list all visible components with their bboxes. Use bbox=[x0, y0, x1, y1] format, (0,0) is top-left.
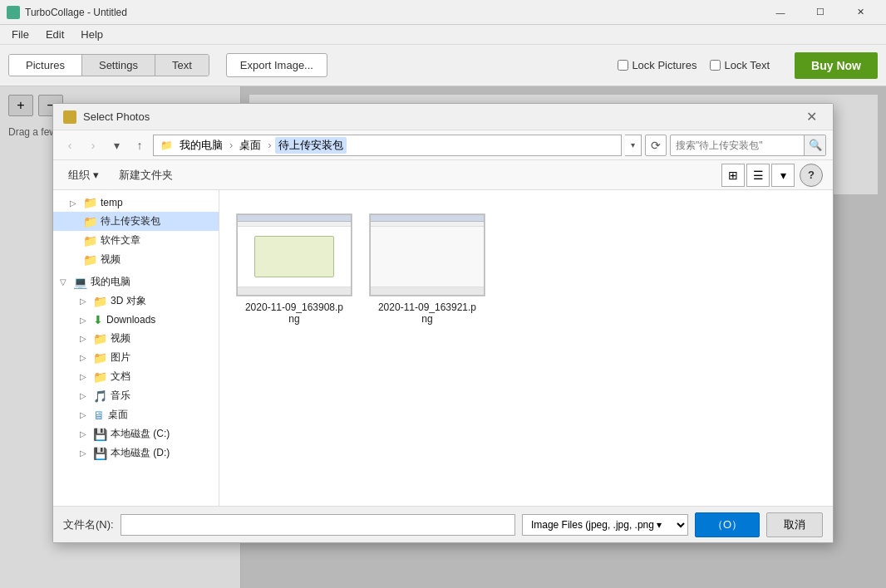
up-button[interactable]: ↑ bbox=[130, 135, 150, 155]
search-box: 🔍 bbox=[670, 135, 826, 156]
tree-item-mycomputer[interactable]: ▽ 💻 我的电脑 bbox=[53, 272, 219, 292]
downloads-icon: ⬇ bbox=[93, 313, 103, 326]
lock-text-label[interactable]: Lock Text bbox=[710, 59, 770, 71]
path-icon: 📁 bbox=[160, 140, 173, 151]
folder-icon: 📁 bbox=[83, 253, 97, 267]
tree-item-music[interactable]: ▷ 🎵 音乐 bbox=[53, 386, 219, 405]
dialog-titlebar: Select Photos ✕ bbox=[53, 104, 833, 130]
expand-arrow: ▷ bbox=[80, 296, 90, 306]
tree-item-temp[interactable]: ▷ 📁 temp bbox=[53, 194, 219, 212]
file-name-1: 2020-11-09_163908.png bbox=[243, 301, 346, 325]
expand-arrow: ▷ bbox=[80, 372, 90, 381]
toolbar: Pictures Settings Text Export Image... L… bbox=[0, 45, 886, 86]
files-area: 2020-11-09_163908.png bbox=[219, 190, 833, 506]
lock-text-checkbox[interactable] bbox=[710, 60, 721, 71]
address-path: 📁 我的电脑 › 桌面 › 待上传安装包 bbox=[153, 135, 622, 156]
search-button[interactable]: 🔍 bbox=[804, 135, 825, 156]
expand-arrow: ▷ bbox=[80, 410, 90, 419]
file-item-2[interactable]: 2020-11-09_163921.png bbox=[369, 207, 485, 331]
tree-item-downloads[interactable]: ▷ ⬇ Downloads bbox=[53, 311, 219, 329]
expand-arrow: ▷ bbox=[80, 429, 90, 439]
refresh-button[interactable]: ⟳ bbox=[645, 135, 667, 156]
tree-item-3d[interactable]: ▷ 📁 3D 对象 bbox=[53, 292, 219, 311]
filename-label: 文件名(N): bbox=[63, 517, 114, 532]
tree-item-drive-c[interactable]: ▷ 💾 本地磁盘 (C:) bbox=[53, 424, 219, 443]
window-title: TurboCollage - Untitled bbox=[25, 7, 761, 18]
folder-icon: 📁 bbox=[93, 332, 107, 345]
file-thumbnail-1 bbox=[236, 213, 352, 296]
search-input[interactable] bbox=[671, 140, 804, 151]
dialog-overlay: Select Photos ✕ ‹ › ▾ ↑ 📁 我的电脑 › bbox=[0, 86, 886, 588]
file-item-1[interactable]: 2020-11-09_163908.png bbox=[236, 207, 352, 331]
dialog-icon bbox=[63, 110, 76, 124]
path-sep1: › bbox=[229, 139, 233, 151]
expand-arrow: ▷ bbox=[80, 353, 90, 362]
forward-button[interactable]: › bbox=[83, 135, 103, 155]
icon-view-button[interactable]: ⊞ bbox=[721, 164, 745, 187]
lock-pictures-label[interactable]: Lock Pictures bbox=[618, 59, 696, 71]
view-buttons: ⊞ ☰ ▾ ? bbox=[721, 164, 823, 187]
tree-item-pending[interactable]: 📁 待上传安装包 bbox=[53, 212, 219, 231]
dialog-bottom-bar: 文件名(N): Image Files (jpeg, .jpg, .png ▾ … bbox=[53, 506, 833, 542]
address-bar: ‹ › ▾ ↑ 📁 我的电脑 › 桌面 › bbox=[53, 130, 833, 160]
computer-icon: 💻 bbox=[73, 276, 87, 289]
path-current[interactable]: 待上传安装包 bbox=[275, 137, 347, 154]
tree-item-video1[interactable]: 📁 视频 bbox=[53, 250, 219, 269]
maximize-button[interactable]: ☐ bbox=[801, 0, 839, 25]
expand-arrow: ▷ bbox=[80, 391, 90, 400]
folder-icon: 📁 bbox=[93, 351, 107, 365]
file-name-2: 2020-11-09_163921.png bbox=[376, 301, 479, 325]
lock-pictures-checkbox[interactable] bbox=[618, 60, 628, 71]
window-controls: — ☐ ✕ bbox=[761, 0, 879, 25]
path-desktop[interactable]: 桌面 bbox=[236, 137, 264, 154]
help-button[interactable]: ? bbox=[800, 164, 823, 187]
tree-item-drive-d[interactable]: ▷ 💾 本地磁盘 (D:) bbox=[53, 443, 219, 463]
tree-item-desktop[interactable]: ▷ 🖥 桌面 bbox=[53, 405, 219, 424]
menu-edit[interactable]: Edit bbox=[37, 27, 72, 42]
address-dropdown[interactable]: ▾ bbox=[625, 135, 642, 156]
tab-pictures[interactable]: Pictures bbox=[9, 55, 82, 76]
details-view-button[interactable]: ☰ bbox=[746, 164, 770, 187]
folder-icon: 📁 bbox=[83, 234, 97, 247]
lock-group: Lock Pictures Lock Text bbox=[618, 59, 770, 71]
filename-input[interactable] bbox=[121, 514, 515, 536]
close-button[interactable]: ✕ bbox=[841, 0, 879, 25]
tab-group: Pictures Settings Text bbox=[8, 54, 209, 76]
tree-item-video2[interactable]: ▷ 📁 视频 bbox=[53, 329, 219, 348]
titlebar: TurboCollage - Untitled — ☐ ✕ bbox=[0, 0, 886, 25]
expand-arrow: ▷ bbox=[80, 334, 90, 343]
path-sep2: › bbox=[268, 139, 271, 151]
menu-file[interactable]: File bbox=[3, 27, 37, 42]
expand-arrow: ▷ bbox=[80, 316, 90, 325]
tree-item-pictures[interactable]: ▷ 📁 图片 bbox=[53, 348, 219, 367]
recent-button[interactable]: ▾ bbox=[106, 135, 126, 155]
view-dropdown-button[interactable]: ▾ bbox=[771, 164, 795, 187]
dialog-close-button[interactable]: ✕ bbox=[800, 105, 823, 129]
open-button[interactable]: （O） bbox=[695, 512, 760, 537]
minimize-button[interactable]: — bbox=[761, 0, 800, 25]
expand-arrow: ▽ bbox=[60, 277, 70, 287]
select-photos-dialog: Select Photos ✕ ‹ › ▾ ↑ 📁 我的电脑 › bbox=[52, 103, 834, 543]
folder-icon: 📁 bbox=[93, 295, 107, 308]
tab-settings[interactable]: Settings bbox=[82, 55, 155, 76]
cancel-button[interactable]: 取消 bbox=[766, 512, 823, 537]
buy-now-button[interactable]: Buy Now bbox=[795, 52, 878, 79]
desktop-icon: 🖥 bbox=[93, 409, 105, 422]
music-icon: 🎵 bbox=[93, 390, 107, 403]
filetype-select[interactable]: Image Files (jpeg, .jpg, .png ▾ bbox=[522, 514, 688, 536]
new-folder-button[interactable]: 新建文件夹 bbox=[114, 165, 178, 185]
organize-button[interactable]: 组织 ▾ bbox=[63, 165, 104, 185]
tree-item-docs[interactable]: ▷ 📁 文档 bbox=[53, 367, 219, 386]
content-area: + − Drag a few pi Select Photos ✕ ‹ bbox=[0, 86, 886, 588]
drive-icon: 💾 bbox=[93, 428, 107, 441]
menu-help[interactable]: Help bbox=[72, 27, 111, 42]
folder-tree: ▷ 📁 temp 📁 待上传安装包 📁 软件文章 bbox=[53, 190, 219, 506]
tree-item-articles[interactable]: 📁 软件文章 bbox=[53, 231, 219, 250]
path-mycomputer[interactable]: 我的电脑 bbox=[176, 137, 226, 154]
tab-text[interactable]: Text bbox=[155, 55, 209, 76]
folder-icon: 📁 bbox=[83, 196, 97, 209]
folder-icon: 📁 bbox=[93, 370, 107, 384]
back-button[interactable]: ‹ bbox=[60, 135, 80, 155]
dialog-title: Select Photos bbox=[83, 110, 800, 123]
export-image-button[interactable]: Export Image... bbox=[226, 53, 327, 77]
